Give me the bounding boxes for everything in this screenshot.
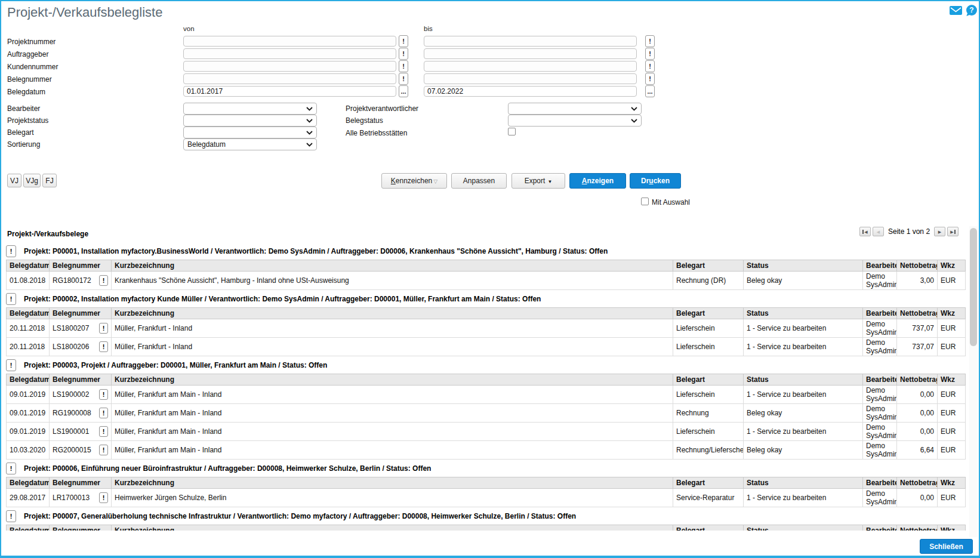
table-row: 29.08.2017 LR1700013! Heimwerker Jürgen …: [7, 489, 966, 507]
belegdatum-label: Belegdatum: [7, 88, 45, 96]
belegnummer-von-exclude-button[interactable]: !: [399, 73, 408, 85]
belegdatum-von-input[interactable]: [183, 86, 396, 97]
belegdatum-bis-input[interactable]: [424, 86, 637, 97]
belegnummer-von-input[interactable]: [183, 73, 396, 84]
row-info-button[interactable]: !: [99, 341, 108, 352]
bearbeiter-select[interactable]: [183, 103, 317, 115]
row-info-button[interactable]: !: [99, 408, 108, 418]
page-title: Projekt-/Verkaufsbelegliste: [7, 5, 162, 20]
col-belegart: Belegart: [673, 308, 744, 319]
last-page-button[interactable]: ▶: [947, 227, 959, 236]
col-bearbeiter: Bearbeiter: [863, 477, 897, 489]
col-belegnummer: Belegnummer: [50, 260, 112, 272]
auftraggeber-bis-exclude-button[interactable]: !: [645, 48, 655, 60]
group-info-button[interactable]: !: [6, 359, 16, 371]
row-info-button[interactable]: !: [99, 389, 108, 400]
first-page-button[interactable]: ◀: [859, 227, 871, 236]
group-header-text: Projekt: P00002, Installation myfactory …: [24, 295, 541, 303]
projektverantwortlicher-select[interactable]: [508, 103, 642, 115]
sortierung-select[interactable]: Belegdatum: [183, 138, 317, 150]
kundennummer-label: Kundennummer: [7, 63, 58, 71]
cell-status: 1 - Service zu bearbeiten: [744, 386, 863, 404]
group-info-button[interactable]: !: [6, 510, 16, 522]
col-bearbeiter: Bearbeiter: [863, 308, 897, 319]
kundennummer-bis-input[interactable]: [424, 61, 637, 72]
fj-button[interactable]: FJ: [42, 174, 57, 187]
projektnummer-von-input[interactable]: [183, 36, 396, 47]
belegnummer-bis-input[interactable]: [424, 73, 637, 84]
anzeigen-rest: nzeigen: [587, 177, 614, 185]
col-wkz: Wkz: [938, 525, 966, 531]
sortierung-label: Sortierung: [7, 140, 40, 149]
anpassen-button[interactable]: Anpassen: [451, 173, 507, 189]
export-button[interactable]: Export▼: [511, 173, 565, 189]
kundennummer-von-input[interactable]: [183, 61, 396, 72]
help-icon[interactable]: ?: [966, 5, 977, 16]
close-button[interactable]: Schließen: [920, 539, 973, 554]
mit-auswahl-checkbox[interactable]: [641, 198, 649, 205]
triangle-left-icon: ◀: [877, 230, 880, 234]
cell-wkz: EUR: [938, 338, 966, 356]
col-wkz: Wkz: [938, 374, 966, 386]
cell-belegnummer: RG2000015!: [50, 441, 112, 460]
cell-kurzbezeichnung: Müller, Frankfurt - Inland: [112, 338, 673, 356]
chevron-down-icon: [306, 128, 313, 137]
triangle-right-icon: ▶: [938, 230, 941, 234]
belegstatus-select[interactable]: [508, 115, 642, 127]
projektnummer-bis-exclude-button[interactable]: !: [645, 35, 655, 47]
col-belegart: Belegart: [673, 260, 744, 272]
scrollbar-thumb[interactable]: [970, 228, 977, 346]
auftraggeber-von-exclude-button[interactable]: !: [399, 48, 408, 60]
belegdatum-von-picker-button[interactable]: ...: [399, 85, 408, 97]
kundennummer-bis-exclude-button[interactable]: !: [645, 60, 655, 72]
row-info-button[interactable]: !: [99, 323, 108, 334]
cell-bearbeiter: Demo SysAdmin: [863, 272, 897, 290]
prev-page-button[interactable]: ◀: [873, 227, 884, 236]
belegstatus-label: Belegstatus: [346, 116, 383, 125]
auftraggeber-von-input[interactable]: [183, 48, 396, 59]
alle-betriebsstaetten-checkbox[interactable]: [508, 128, 516, 135]
drucken-key: u: [649, 177, 653, 185]
cell-belegnummer: LS1900001!: [50, 423, 112, 441]
projektnummer-bis-input[interactable]: [424, 36, 637, 47]
kundennummer-von-exclude-button[interactable]: !: [399, 60, 408, 72]
cell-wkz: EUR: [938, 404, 966, 423]
row-info-button[interactable]: !: [99, 445, 108, 455]
belegnummer-bis-exclude-button[interactable]: !: [645, 73, 655, 85]
row-info-button[interactable]: !: [99, 275, 108, 286]
cell-bearbeiter: Demo SysAdmin: [863, 386, 897, 404]
vjg-button[interactable]: VJg: [23, 174, 41, 187]
group-info-button[interactable]: !: [6, 245, 16, 257]
app-window: Projekt-/Verkaufsbelegliste ? von bis Pr…: [0, 0, 980, 558]
table-row: 01.08.2018 RG1800172! Krankenhaus "Schön…: [7, 272, 966, 290]
drucken-button[interactable]: Drucken: [630, 173, 681, 189]
group-info-button[interactable]: !: [6, 293, 16, 305]
row-info-button[interactable]: !: [99, 492, 108, 503]
vj-button[interactable]: VJ: [7, 174, 21, 187]
projektverantwortlicher-label: Projektverantwortlicher: [346, 104, 418, 113]
belegart-select[interactable]: [183, 127, 317, 138]
table-row: 10.03.2020 RG2000015! Müller, Frankfurt …: [7, 441, 966, 460]
group-info-button[interactable]: !: [6, 463, 16, 474]
beleg-number: RG1900008: [53, 409, 91, 417]
projektnummer-von-exclude-button[interactable]: !: [399, 35, 408, 47]
projektstatus-select[interactable]: [183, 115, 317, 127]
group-header-text: Projekt: P00001, Installation myfactory.…: [24, 247, 608, 255]
kennzeichen-key: K: [391, 177, 396, 185]
auftraggeber-bis-input[interactable]: [424, 48, 637, 59]
row-info-button[interactable]: !: [99, 426, 108, 437]
belegart-label: Belegart: [7, 128, 34, 137]
mail-icon[interactable]: [950, 6, 962, 15]
cell-nettobetrag: 0,00: [897, 489, 938, 507]
anzeigen-button[interactable]: Anzeigen: [569, 173, 626, 189]
vertical-scrollbar[interactable]: [969, 226, 978, 537]
kennzeichen-rest: ennzeichen: [396, 177, 432, 185]
kennzeichen-button[interactable]: Kennzeichen▽: [381, 173, 447, 189]
cell-status: Beleg okay: [744, 272, 863, 290]
column-header-row: BelegdatumBelegnummerKurzbezeichnungBele…: [7, 308, 966, 319]
chevron-down-icon: [306, 140, 313, 149]
page-indicator: Seite 1 von 2: [888, 227, 930, 236]
belegdatum-bis-picker-button[interactable]: ...: [645, 85, 655, 97]
next-page-button[interactable]: ▶: [934, 227, 945, 236]
cell-bearbeiter: Demo SysAdmin: [863, 441, 897, 460]
